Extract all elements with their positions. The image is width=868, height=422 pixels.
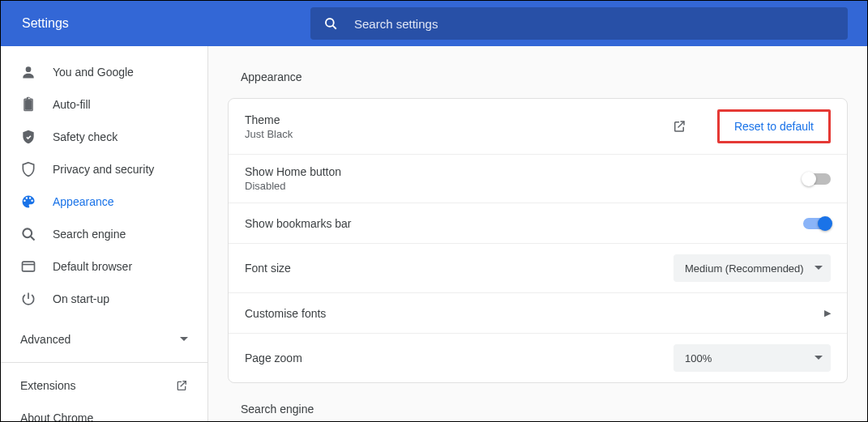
section-title-appearance: Appearance bbox=[228, 66, 848, 98]
browser-icon bbox=[20, 258, 36, 275]
main-content: Appearance Theme Just Black Reset to def… bbox=[208, 46, 867, 421]
svg-point-4 bbox=[23, 228, 32, 237]
sidebar-item-label: Auto-fill bbox=[53, 98, 91, 111]
theme-label: Theme bbox=[245, 113, 672, 126]
sidebar-item-search-engine[interactable]: Search engine bbox=[1, 218, 207, 250]
bookmarks-label: Show bookmarks bar bbox=[245, 217, 803, 230]
sidebar-item-on-startup[interactable]: On start-up bbox=[1, 283, 207, 315]
clipboard-icon bbox=[20, 96, 36, 113]
header-bar: Settings bbox=[1, 1, 867, 46]
svg-point-0 bbox=[326, 19, 334, 27]
open-in-new-icon bbox=[672, 119, 686, 134]
section-title-search-engine: Search engine bbox=[228, 383, 848, 421]
sidebar-item-autofill[interactable]: Auto-fill bbox=[1, 88, 207, 121]
sidebar-item-privacy[interactable]: Privacy and security bbox=[1, 153, 207, 185]
palette-icon bbox=[20, 194, 36, 210]
shield-icon bbox=[20, 161, 36, 177]
font-size-label: Font size bbox=[245, 262, 673, 275]
sidebar-item-label: You and Google bbox=[53, 66, 134, 79]
svg-point-2 bbox=[26, 66, 32, 72]
sidebar-item-label: Privacy and security bbox=[53, 163, 154, 176]
bookmarks-toggle[interactable] bbox=[803, 218, 831, 229]
sidebar-item-safety-check[interactable]: Safety check bbox=[1, 121, 207, 153]
page-zoom-select[interactable]: 100% bbox=[673, 344, 831, 372]
sidebar-item-label: On start-up bbox=[53, 292, 109, 305]
svg-rect-6 bbox=[23, 262, 35, 271]
divider bbox=[1, 362, 207, 363]
about-label: About Chrome bbox=[20, 411, 93, 421]
font-size-row: Font size Medium (Recommended) bbox=[229, 244, 847, 293]
search-icon bbox=[323, 16, 338, 31]
page-zoom-row: Page zoom 100% bbox=[229, 334, 847, 382]
chevron-down-icon bbox=[180, 333, 188, 346]
customise-fonts-row[interactable]: Customise fonts ▶ bbox=[229, 293, 847, 334]
app-title: Settings bbox=[17, 16, 310, 31]
appearance-card: Theme Just Black Reset to default Show H… bbox=[228, 98, 848, 383]
search-icon bbox=[20, 226, 36, 242]
page-zoom-value: 100% bbox=[685, 352, 712, 364]
power-icon bbox=[20, 291, 36, 307]
home-button-toggle[interactable] bbox=[803, 173, 831, 185]
advanced-label: Advanced bbox=[20, 333, 71, 346]
svg-line-1 bbox=[333, 26, 336, 29]
theme-row[interactable]: Theme Just Black Reset to default bbox=[229, 99, 847, 155]
open-in-new-icon bbox=[175, 379, 188, 392]
home-button-status: Disabled bbox=[245, 180, 803, 192]
sidebar-item-you-and-google[interactable]: You and Google bbox=[1, 56, 207, 88]
search-input[interactable] bbox=[354, 17, 835, 31]
theme-value: Just Black bbox=[245, 128, 672, 140]
extensions-label: Extensions bbox=[20, 379, 75, 392]
font-size-select[interactable]: Medium (Recommended) bbox=[673, 254, 831, 282]
home-button-row: Show Home button Disabled bbox=[229, 155, 847, 203]
sidebar-advanced-toggle[interactable]: Advanced bbox=[1, 323, 207, 356]
chevron-down-icon bbox=[815, 262, 823, 275]
sidebar-extensions[interactable]: Extensions bbox=[1, 369, 207, 402]
chevron-right-icon: ▶ bbox=[824, 308, 831, 318]
chevron-down-icon bbox=[815, 352, 823, 364]
sidebar-item-appearance[interactable]: Appearance bbox=[1, 185, 207, 218]
sidebar-item-label: Appearance bbox=[53, 195, 114, 208]
sidebar-item-label: Safety check bbox=[53, 130, 118, 143]
svg-rect-3 bbox=[25, 100, 32, 110]
shield-check-icon bbox=[20, 129, 36, 145]
sidebar: You and Google Auto-fill Safety check Pr… bbox=[1, 46, 208, 421]
person-icon bbox=[20, 64, 36, 80]
bookmarks-bar-row: Show bookmarks bar bbox=[229, 203, 847, 244]
customise-fonts-label: Customise fonts bbox=[245, 307, 824, 320]
svg-line-5 bbox=[31, 237, 35, 241]
sidebar-item-label: Search engine bbox=[53, 228, 126, 241]
reset-theme-button[interactable]: Reset to default bbox=[717, 109, 831, 143]
font-size-value: Medium (Recommended) bbox=[685, 262, 804, 275]
home-button-label: Show Home button bbox=[245, 165, 803, 178]
sidebar-item-label: Default browser bbox=[53, 260, 132, 273]
page-zoom-label: Page zoom bbox=[245, 352, 673, 364]
search-container[interactable] bbox=[310, 7, 848, 40]
sidebar-about-chrome[interactable]: About Chrome bbox=[1, 402, 207, 421]
sidebar-item-default-browser[interactable]: Default browser bbox=[1, 250, 207, 283]
